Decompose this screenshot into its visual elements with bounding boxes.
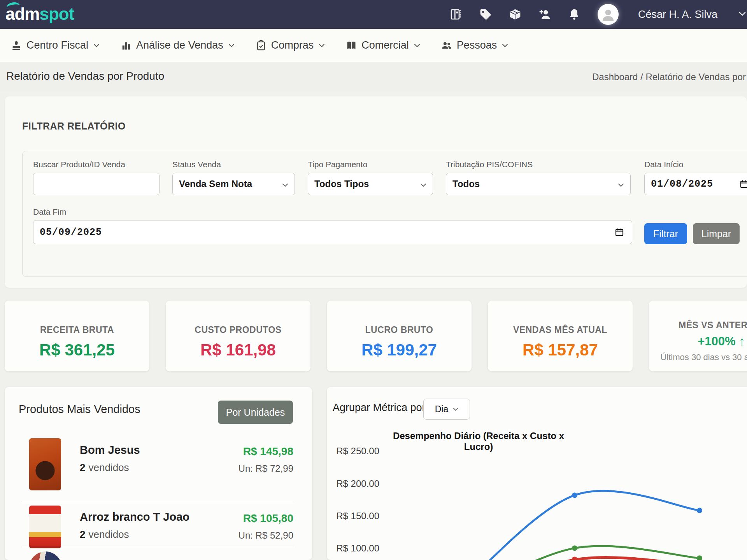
tag-icon[interactable] (479, 8, 492, 21)
bar-chart-icon (121, 40, 132, 51)
clear-button[interactable]: Limpar (693, 223, 740, 244)
field-tax: Tributação PIS/COFINS Todos (446, 160, 631, 195)
product-name: Bom Jesus (80, 444, 140, 457)
chevron-down-icon (618, 178, 624, 189)
page-header: Relatório de Vendas por Produto Dashboar… (0, 62, 747, 91)
metric-subtitle: Últimos 30 dias vs 30 anteriores (649, 352, 747, 363)
daily-performance-panel: Agrupar Métrica por Dia Desempenho Diári… (327, 387, 747, 560)
nav-label: Compras (271, 39, 314, 51)
user-name[interactable]: César H. A. Silva (638, 9, 717, 21)
nav-label: Pessoas (457, 39, 497, 51)
nav-item-comercial[interactable]: Comercial (346, 39, 420, 51)
metric-label: VENDAS MÊS ATUAL (488, 325, 633, 335)
payment-select[interactable]: Todos Tipos (308, 173, 433, 195)
product-total: R$ 105,80 (243, 512, 293, 525)
date-end-input[interactable]: 05/09/2025 (33, 220, 632, 244)
product-unit-price: Un: R$ 52,90 (238, 530, 293, 541)
calculator-icon[interactable] (450, 8, 462, 21)
chevron-down-icon (319, 44, 325, 47)
chevron-down-icon[interactable] (738, 11, 746, 18)
top-products-title: Produtos Mais Vendidos (19, 403, 140, 416)
product-image (29, 438, 61, 490)
divider (21, 547, 293, 547)
line-chart (327, 387, 747, 560)
metric-value: R$ 157,87 (488, 341, 633, 359)
field-status: Status Venda Venda Sem Nota (172, 160, 295, 195)
nav-item-centro-fiscal[interactable]: Centro Fiscal (11, 39, 100, 51)
book-icon (346, 40, 357, 51)
product-qty: 2vendidos (80, 528, 129, 541)
chevron-down-icon (502, 44, 508, 47)
metric-card-lucro-bruto: LUCRO BRUTO R$ 199,27 (327, 301, 472, 371)
tax-select[interactable]: Todos (446, 173, 631, 195)
app-logo[interactable]: admspot (5, 3, 74, 25)
metric-card-custo-produtos: CUSTO PRODUTOS R$ 161,98 (166, 301, 310, 371)
date-start-value: 01/08/2025 (651, 178, 713, 190)
chevron-down-icon (420, 178, 426, 189)
metric-value: R$ 199,27 (327, 341, 472, 359)
people-icon (441, 40, 452, 51)
field-payment: Tipo Pagamento Todos Tipos (308, 160, 433, 195)
search-input[interactable] (33, 173, 160, 195)
metric-card-mes-vs-anterior: MÊS VS ANTERIOR +100% ↑ Últimos 30 dias … (649, 301, 747, 371)
chevron-down-icon (93, 44, 100, 47)
metric-value: +100% ↑ (649, 334, 747, 348)
metric-value: R$ 161,98 (166, 341, 310, 359)
metric-card-vendas-mes-atual: VENDAS MÊS ATUAL R$ 157,87 (488, 301, 633, 371)
by-units-button[interactable]: Por Unidades (218, 401, 293, 424)
divider (21, 501, 293, 501)
product-unit-price: Un: R$ 72,99 (238, 463, 293, 474)
field-label: Buscar Produto/ID Venda (33, 160, 160, 169)
field-search: Buscar Produto/ID Venda (33, 160, 160, 195)
topbar-actions: César H. A. Silva (450, 0, 746, 29)
nav-label: Centro Fiscal (26, 39, 88, 51)
topbar: admspot César H. A. Silva (0, 0, 747, 29)
payment-select-value: Todos Tipos (314, 178, 369, 189)
field-date-start: Data Início 01/08/2025 (644, 160, 747, 195)
status-select-value: Venda Sem Nota (179, 178, 252, 189)
product-total: R$ 145,98 (243, 445, 293, 458)
metric-label: CUSTO PRODUTOS (166, 325, 310, 335)
page-title: Relatório de Vendas por Produto (6, 70, 164, 82)
user-avatar[interactable] (598, 4, 619, 25)
package-icon[interactable] (509, 8, 521, 21)
metric-value: R$ 361,25 (5, 341, 149, 359)
filter-title: FILTRAR RELATÓRIO (22, 121, 126, 132)
tax-select-value: Todos (452, 178, 480, 189)
top-products-panel: Produtos Mais Vendidos Por Unidades Bom … (5, 387, 312, 560)
metric-card-receita-bruta: RECEITA BRUTA R$ 361,25 (5, 301, 149, 371)
field-date-end: Data Fim 05/09/2025 (33, 207, 632, 244)
calendar-icon[interactable] (615, 228, 624, 237)
bell-icon[interactable] (568, 8, 580, 21)
app-root: admspot César H. A. Silva (0, 0, 747, 560)
metric-label: RECEITA BRUTA (5, 325, 149, 335)
filter-fieldset: Buscar Produto/ID Venda Status Venda Ven… (22, 151, 747, 277)
logo-text-spot: spot (39, 4, 74, 23)
status-select[interactable]: Venda Sem Nota (172, 173, 295, 195)
nav-item-analise-de-vendas[interactable]: Análise de Vendas (121, 39, 235, 51)
main-nav: Centro Fiscal Análise de Vendas Compras … (0, 29, 747, 62)
field-label: Status Venda (172, 160, 295, 169)
date-end-value: 05/09/2025 (40, 227, 102, 238)
product-name: Arroz branco T Joao (80, 511, 189, 523)
search-input-inner[interactable] (40, 178, 153, 190)
nav-item-compras[interactable]: Compras (256, 39, 325, 51)
chevron-down-icon (414, 44, 420, 47)
field-label: Tipo Pagamento (308, 160, 433, 169)
breadcrumb[interactable]: Dashboard / Relatório de Vendas por (592, 72, 746, 82)
product-image (29, 506, 61, 548)
add-user-icon[interactable] (538, 8, 551, 21)
nav-label: Comercial (361, 39, 409, 51)
stamp-icon (11, 40, 22, 51)
field-label: Data Fim (33, 207, 632, 217)
filter-button[interactable]: Filtrar (644, 223, 687, 244)
nav-item-pessoas[interactable]: Pessoas (441, 39, 509, 51)
nav-label: Análise de Vendas (136, 39, 223, 51)
up-arrow-icon: ↑ (739, 334, 745, 348)
metric-label: LUCRO BRUTO (327, 325, 472, 335)
clipboard-icon (256, 40, 267, 51)
date-start-input[interactable]: 01/08/2025 (644, 173, 747, 195)
filter-card: FILTRAR RELATÓRIO Buscar Produto/ID Vend… (5, 96, 747, 288)
product-qty: 2vendidos (80, 462, 129, 474)
calendar-icon[interactable] (740, 179, 747, 189)
